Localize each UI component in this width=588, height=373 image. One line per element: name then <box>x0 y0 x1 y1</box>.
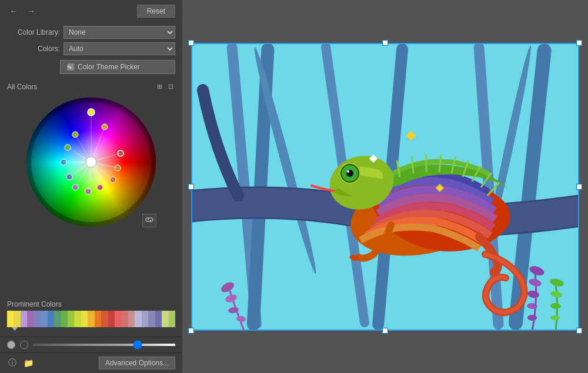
color-swatch[interactable] <box>148 311 155 327</box>
svg-text:✎: ✎ <box>68 65 72 70</box>
artwork-image <box>191 43 579 331</box>
color-swatch[interactable] <box>128 311 135 327</box>
color-swatch[interactable] <box>121 311 128 327</box>
slider-section <box>0 337 182 352</box>
handle-middle-right[interactable] <box>576 184 582 190</box>
color-swatch[interactable] <box>88 311 94 327</box>
folder-button[interactable]: 📁 <box>22 357 35 369</box>
svg-line-17 <box>91 127 105 162</box>
wheel-dots-overlay <box>24 95 159 230</box>
artwork-container[interactable] <box>191 43 579 331</box>
hue-slider[interactable] <box>33 344 175 346</box>
color-swatch[interactable] <box>142 311 148 327</box>
reset-button[interactable]: Reset <box>137 5 175 18</box>
color-theme-picker-label: Color Theme Picker <box>78 63 140 71</box>
svg-line-18 <box>75 135 91 162</box>
redo-button[interactable]: → <box>25 5 38 17</box>
colors-select[interactable]: Auto 2 3 4 5 6 <box>64 42 175 55</box>
advanced-options-button[interactable]: Advanced Options... <box>99 357 175 369</box>
prominent-title: Prominent Colors <box>7 300 175 308</box>
handle-middle-left[interactable] <box>188 184 194 190</box>
color-swatch[interactable] <box>162 311 168 327</box>
handle-bottom-right[interactable] <box>576 328 582 334</box>
svg-line-19 <box>68 147 91 162</box>
color-library-row: Color Library: None Default Swatches Cus… <box>7 26 175 39</box>
color-library-select[interactable]: None Default Swatches Custom <box>64 26 175 39</box>
color-swatch[interactable] <box>48 311 54 327</box>
handle-bottom-middle[interactable] <box>382 328 388 334</box>
color-swatch[interactable] <box>95 311 101 327</box>
toolbar: ← → Reset <box>0 0 182 22</box>
color-swatch[interactable] <box>41 311 47 327</box>
wheel-section: All Colors ⊞ ⊡ <box>0 78 182 298</box>
color-swatch[interactable] <box>14 311 20 327</box>
color-swatch[interactable] <box>61 311 68 327</box>
right-area <box>182 0 588 373</box>
color-theme-picker-button[interactable]: ✎ Color Theme Picker <box>60 60 175 74</box>
svg-point-49 <box>550 315 560 320</box>
bottom-bar: ⓘ 📁 Advanced Options... <box>0 352 182 373</box>
color-swatch[interactable] <box>81 311 88 327</box>
color-wheel-container[interactable] <box>24 95 159 230</box>
handle-top-left[interactable] <box>188 40 194 46</box>
svg-point-45 <box>527 315 537 321</box>
color-swatch[interactable] <box>54 311 61 327</box>
color-swatch[interactable] <box>7 311 14 327</box>
wheel-icon-btn-2[interactable]: ⊡ <box>166 82 175 91</box>
color-swatch[interactable] <box>68 311 74 327</box>
colors-row: Colors: Auto 2 3 4 5 6 <box>7 42 175 55</box>
left-panel: ← → Reset Color Library: None Default Sw… <box>0 0 182 373</box>
wheel-header: All Colors ⊞ ⊡ <box>7 82 175 91</box>
color-swatch[interactable] <box>169 311 175 327</box>
svg-line-21 <box>69 162 91 177</box>
eyedropper-icon: ✎ <box>66 63 75 71</box>
handle-bottom-left[interactable] <box>188 328 194 334</box>
color-swatch[interactable] <box>34 311 41 327</box>
slider-dot-outline[interactable] <box>20 341 28 349</box>
color-swatch[interactable] <box>27 311 34 327</box>
color-swatch[interactable] <box>108 311 115 327</box>
svg-point-56 <box>347 170 349 173</box>
color-swatch[interactable] <box>74 311 81 327</box>
handle-top-middle[interactable] <box>382 40 388 46</box>
prominent-colors[interactable] <box>7 311 175 327</box>
controls-section: Color Library: None Default Swatches Cus… <box>0 22 182 78</box>
color-swatch[interactable] <box>135 311 141 327</box>
color-swatch[interactable] <box>101 311 108 327</box>
slider-dot-filled[interactable] <box>7 341 15 349</box>
wheel-icons: ⊞ ⊡ <box>155 82 175 91</box>
color-swatch[interactable] <box>21 311 27 327</box>
color-library-label: Color Library: <box>7 28 60 36</box>
link-icon[interactable] <box>142 214 156 227</box>
info-button[interactable]: ⓘ <box>7 357 18 369</box>
wheel-title: All Colors <box>7 83 37 91</box>
prominent-section: Prominent Colors <box>0 298 182 337</box>
colors-label: Colors: <box>7 45 60 53</box>
color-swatch[interactable] <box>155 311 162 327</box>
svg-line-27 <box>91 153 121 162</box>
undo-button[interactable]: ← <box>7 5 20 17</box>
wheel-icon-btn-1[interactable]: ⊞ <box>155 82 164 91</box>
color-swatch[interactable] <box>115 311 121 327</box>
handle-top-right[interactable] <box>576 40 582 46</box>
